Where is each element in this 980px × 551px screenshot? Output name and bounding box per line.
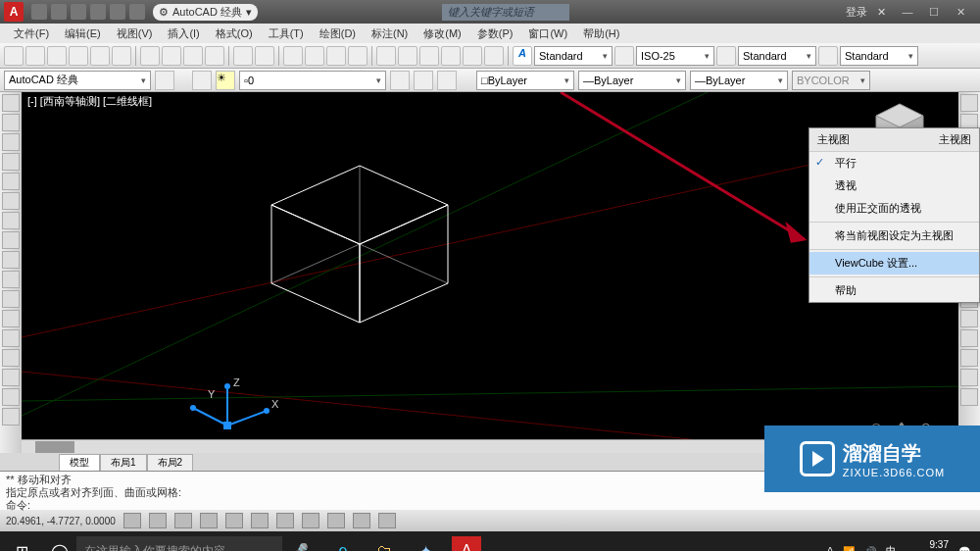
lineweight-combo[interactable]: — ByLayer▾ (690, 71, 788, 90)
qat-save-icon[interactable] (71, 4, 86, 20)
menu-view[interactable]: 视图(V) (109, 25, 161, 43)
chamfer-tool-icon[interactable] (960, 349, 978, 367)
sheet-set-icon[interactable] (441, 46, 461, 66)
arc-tool-icon[interactable] (2, 153, 20, 171)
wipeout-tool-icon[interactable] (2, 408, 20, 426)
ellipse-tool-icon[interactable] (2, 192, 20, 210)
pan-icon[interactable] (283, 46, 303, 66)
sc-toggle-icon[interactable] (378, 513, 396, 528)
polyline-tool-icon[interactable] (2, 114, 20, 131)
tray-network-icon[interactable]: 📶 (843, 546, 855, 552)
zoom-prev-icon[interactable] (348, 46, 368, 66)
print-icon[interactable] (69, 46, 88, 66)
menu-help[interactable]: 帮助(H) (575, 25, 627, 43)
linetype-combo[interactable]: — ByLayer▾ (578, 71, 686, 90)
tray-ime-icon[interactable]: 中 (886, 544, 896, 551)
qat-print-icon[interactable] (129, 4, 145, 20)
lwt-toggle-icon[interactable] (327, 513, 345, 528)
ortho-toggle-icon[interactable] (174, 513, 192, 528)
dyn-toggle-icon[interactable] (302, 513, 319, 528)
circle-tool-icon[interactable] (2, 133, 20, 151)
menu-ortho-perspective[interactable]: 使用正交面的透视 (809, 197, 979, 220)
preview-icon[interactable] (90, 46, 110, 66)
table-tool-icon[interactable] (2, 329, 20, 347)
layer-combo[interactable]: ▫ 0▾ (239, 71, 386, 90)
open-icon[interactable] (25, 46, 45, 66)
taskbar-autocad-icon[interactable]: A (452, 536, 481, 551)
join-tool-icon[interactable] (960, 329, 978, 347)
mleader-style-combo[interactable]: Standard▾ (840, 46, 918, 66)
erase-tool-icon[interactable] (960, 94, 978, 112)
color-combo[interactable]: □ ByLayer▾ (476, 71, 574, 90)
menu-file[interactable]: 文件(F) (6, 25, 57, 43)
help-search-input[interactable]: 键入关键字或短语 (442, 4, 569, 21)
grid-toggle-icon[interactable] (149, 513, 167, 528)
taskbar-search-input[interactable]: 在这里输入你要搜索的内容 (76, 536, 282, 551)
mline-tool-icon[interactable] (2, 349, 20, 367)
context-header-1[interactable]: 主视图 (809, 128, 895, 152)
menu-window[interactable]: 窗口(W) (520, 25, 575, 43)
login-link[interactable]: 登录 (846, 5, 867, 20)
maximize-button[interactable]: ☐ (922, 6, 946, 19)
layer-match-icon[interactable] (437, 71, 457, 90)
menu-edit[interactable]: 编辑(E) (57, 25, 109, 43)
tab-model[interactable]: 模型 (59, 454, 100, 471)
cut-icon[interactable] (140, 46, 160, 66)
text-style-combo[interactable]: Standard▾ (534, 46, 612, 66)
plotstyle-combo[interactable]: BYCOLOR▾ (792, 71, 870, 90)
clock-time[interactable]: 9:37 (906, 539, 950, 551)
cortana-icon[interactable]: ◯ (43, 531, 76, 551)
properties-icon[interactable] (376, 46, 396, 66)
tab-layout2[interactable]: 布局2 (147, 454, 194, 471)
menu-viewcube-settings[interactable]: ViewCube 设置... (809, 252, 979, 275)
layer-iso-icon[interactable] (414, 71, 433, 90)
menu-perspective[interactable]: 透视 (809, 175, 979, 197)
menu-dimension[interactable]: 标注(N) (364, 25, 416, 43)
spline-tool-icon[interactable] (2, 231, 20, 249)
new-icon[interactable] (4, 46, 24, 66)
fillet-tool-icon[interactable] (960, 369, 978, 386)
menu-parallel[interactable]: 平行 (809, 152, 979, 175)
donut-tool-icon[interactable] (2, 369, 20, 386)
menu-format[interactable]: 格式(O) (208, 25, 261, 43)
menu-parametric[interactable]: 参数(P) (469, 25, 521, 43)
osnap-toggle-icon[interactable] (225, 513, 243, 528)
workspace-combo[interactable]: AutoCAD 经典▾ (4, 71, 151, 90)
close-button[interactable]: ✕ (949, 6, 972, 19)
undo-icon[interactable] (233, 46, 253, 66)
context-header-2[interactable]: 主视图 (895, 128, 980, 152)
workspace-switcher[interactable]: ⚙ AutoCAD 经典 ▾ (153, 4, 258, 21)
qp-toggle-icon[interactable] (353, 513, 370, 528)
tray-volume-icon[interactable]: 🔊 (864, 546, 876, 552)
ducs-toggle-icon[interactable] (276, 513, 294, 528)
polar-toggle-icon[interactable] (200, 513, 218, 528)
rectangle-tool-icon[interactable] (2, 173, 20, 190)
save-icon[interactable] (47, 46, 67, 66)
otrack-toggle-icon[interactable] (251, 513, 269, 528)
zoom-realtime-icon[interactable] (305, 46, 324, 66)
markup-icon[interactable] (463, 46, 482, 66)
redo-icon[interactable] (255, 46, 274, 66)
qat-open-icon[interactable] (51, 4, 67, 20)
qat-undo-icon[interactable] (90, 4, 106, 20)
start-button[interactable]: ⊞ (0, 531, 43, 551)
calc-icon[interactable] (484, 46, 504, 66)
menu-insert[interactable]: 插入(I) (160, 25, 207, 43)
paste-icon[interactable] (183, 46, 203, 66)
line-tool-icon[interactable] (2, 94, 20, 112)
menu-draw[interactable]: 绘图(D) (312, 25, 364, 43)
menu-help[interactable]: 帮助 (809, 279, 979, 302)
explode-tool-icon[interactable] (960, 388, 978, 406)
publish-icon[interactable] (112, 46, 131, 66)
exchange-icon[interactable]: ✕ (877, 6, 886, 19)
zoom-window-icon[interactable] (326, 46, 346, 66)
qat-new-icon[interactable] (31, 4, 47, 20)
qat-redo-icon[interactable] (110, 4, 125, 20)
match-icon[interactable] (205, 46, 224, 66)
taskbar-explorer-icon[interactable]: 🗂 (365, 531, 404, 551)
point-tool-icon[interactable] (2, 251, 20, 269)
snap-toggle-icon[interactable] (123, 513, 141, 528)
menu-modify[interactable]: 修改(M) (416, 25, 469, 43)
layer-state-icon[interactable]: ☀ (216, 71, 235, 90)
text-tool-icon[interactable] (2, 290, 20, 308)
